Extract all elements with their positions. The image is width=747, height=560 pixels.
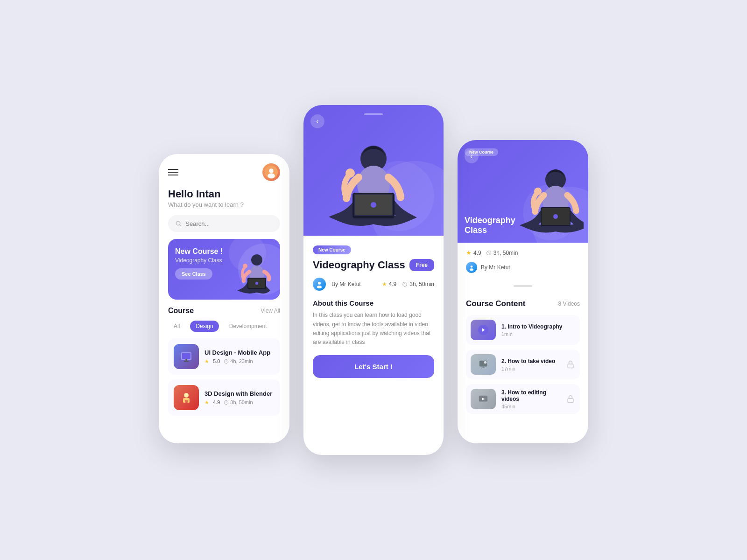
svg-point-24 (371, 202, 376, 208)
filter-tabs: All Design Develompment Mar (168, 321, 280, 332)
filter-tab-design[interactable]: Design (190, 321, 218, 332)
new-course-badge: New Course (313, 245, 351, 254)
lesson-card-3[interactable]: 3. How to editing videos 45min (466, 384, 580, 414)
lesson-duration-3: 45min (501, 404, 560, 409)
course-card-2[interactable]: 3D Design with Blender ★ 4.9 3h, 50min (168, 379, 280, 416)
lesson-duration-2: 17min (501, 366, 560, 371)
course-content-area: New Course Videography Class Free By Mr … (303, 236, 444, 387)
filter-tab-mar[interactable]: Mar (277, 321, 280, 332)
view-all-link[interactable]: View All (261, 308, 280, 314)
course-title-2: 3D Design with Blender (204, 390, 272, 397)
course-thumb-1 (174, 344, 199, 369)
course-meta-2: ★ 4.9 3h, 50min (204, 399, 272, 406)
filter-tab-dev[interactable]: Develompment (224, 321, 273, 332)
lock-icon-2 (566, 360, 575, 369)
phone-course-detail: ‹ (303, 105, 444, 455)
course-content-hero: ‹ New Course VideographyClass (458, 140, 588, 243)
videos-count: 8 Videos (558, 301, 580, 307)
svg-point-1 (269, 168, 273, 173)
section-header: Course View All (168, 307, 280, 315)
menu-icon[interactable] (168, 169, 178, 175)
phone-course-content: ‹ New Course VideographyClass (458, 140, 588, 443)
star-icon-2: ★ (204, 399, 209, 406)
course-info-2: 3D Design with Blender ★ 4.9 3h, 50min (204, 390, 272, 406)
about-title: About this Course (313, 299, 434, 307)
lesson-info-1: 1. Intro to Videography 1min (501, 323, 575, 337)
svg-point-39 (484, 361, 487, 364)
about-section: About this Course In this class you can … (313, 299, 434, 347)
avatar[interactable] (262, 163, 280, 181)
lock-icon-3 (566, 394, 575, 404)
content-header: Course Content 8 Videos (466, 299, 580, 308)
svg-point-34 (534, 188, 542, 195)
p3-rating: ★ 4.9 (466, 249, 481, 256)
course-thumb-2 (174, 385, 199, 410)
course-section: Course View All All Design Develompment … (159, 307, 289, 416)
filter-tab-all[interactable]: All (168, 321, 185, 332)
svg-point-37 (470, 268, 473, 271)
scroll-indicator-3 (458, 285, 588, 291)
p3-instructor-avatar (466, 262, 477, 273)
content-title: Course Content (466, 299, 526, 308)
greeting-subtitle: What do you want to learn ? (168, 201, 280, 208)
svg-point-27 (317, 286, 322, 288)
back-button-3[interactable]: ‹ (465, 149, 479, 163)
banner-subtitle: Videography Class (175, 257, 273, 264)
lesson-title-3: 3. How to editing videos (501, 389, 560, 402)
search-input[interactable] (185, 220, 273, 227)
svg-rect-11 (182, 353, 190, 359)
course-title: Videography Class (313, 259, 405, 271)
rating-1: 5.0 (213, 358, 220, 364)
course-title-1: UI Design - Mobile App (204, 349, 270, 356)
lesson-title-1: 1. Intro to Videography (501, 323, 575, 330)
instructor-avatar (313, 278, 326, 291)
play-icon-1 (478, 325, 488, 335)
svg-point-33 (553, 214, 558, 219)
duration-1: 4h, 23min (224, 358, 253, 364)
lesson-thumb-3 (471, 389, 496, 409)
phone1-header (159, 154, 289, 186)
lesson-thumb-2 (471, 354, 496, 375)
duration-2: 3h, 50min (224, 399, 253, 405)
course-card-1[interactable]: UI Design - Mobile App ★ 5.0 4h, 23min (168, 338, 280, 375)
svg-point-12 (185, 359, 187, 361)
star-icon-1: ★ (204, 358, 209, 364)
lesson-title-2: 2. How to take video (501, 358, 560, 364)
p3-duration: 3h, 50min (486, 250, 518, 256)
p3-instructor-row: By Mr Ketut (466, 262, 580, 273)
back-button[interactable]: ‹ (310, 114, 324, 128)
banner-title: New Course ! (175, 247, 273, 256)
new-course-banner: New Course ! Videography Class See Class (168, 239, 280, 300)
duration-stat: 3h, 50min (402, 281, 434, 287)
hero-illustration-3 (509, 159, 584, 243)
start-button[interactable]: Let's Start ! (313, 355, 434, 378)
scroll-indicator (364, 113, 383, 115)
svg-point-25 (345, 168, 355, 178)
svg-point-15 (184, 393, 189, 398)
rating-stat: ★ 4.9 (382, 281, 397, 287)
p3-stats-section: ★ 4.9 3h, 50min By Mr Ketut (458, 243, 588, 285)
see-class-button[interactable]: See Class (175, 268, 212, 280)
svg-point-3 (176, 221, 180, 225)
lesson-info-3: 3. How to editing videos 45min (501, 389, 560, 409)
svg-point-36 (471, 266, 473, 268)
hero-illustration (327, 133, 420, 236)
lesson-duration-1: 1min (501, 331, 575, 337)
course-stats: ★ 4.9 3h, 50min (382, 281, 434, 287)
svg-rect-13 (184, 361, 189, 362)
rating-2: 4.9 (213, 399, 220, 405)
lesson-card-1[interactable]: 1. Intro to Videography 1min (466, 315, 580, 345)
title-row: Videography Class Free (313, 259, 434, 271)
search-icon (175, 220, 182, 227)
course-hero: ‹ (303, 105, 444, 236)
svg-rect-17 (185, 400, 188, 403)
course-meta-1: ★ 5.0 4h, 23min (204, 358, 270, 364)
phone-home: Hello Intan What do you want to learn ? … (159, 154, 289, 443)
search-bar[interactable] (168, 215, 280, 232)
free-badge: Free (409, 259, 434, 271)
instructor-row: By Mr Ketut ★ 4.9 3h, 50min (313, 278, 434, 291)
svg-rect-40 (568, 364, 573, 368)
about-text: In this class you can learn how to load … (313, 311, 434, 347)
lesson-card-2[interactable]: 2. How to take video 17min (466, 350, 580, 379)
svg-point-8 (255, 282, 258, 285)
